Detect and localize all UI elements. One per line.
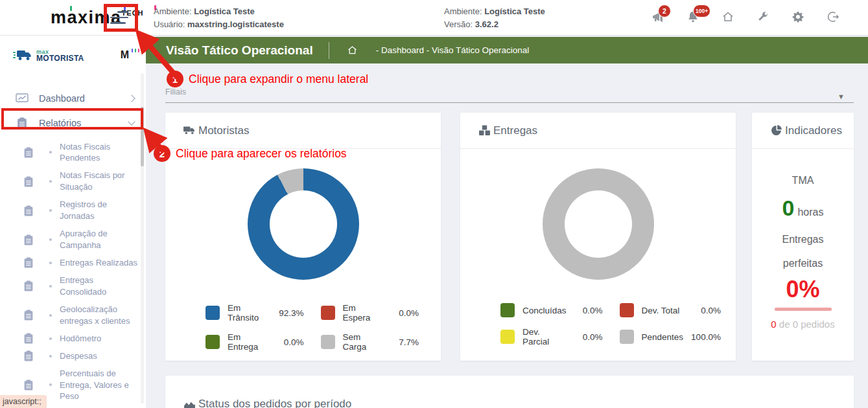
- legend-label: Sem Carga: [343, 332, 383, 352]
- sidebar-scrollbar-thumb[interactable]: [141, 107, 144, 166]
- clipboard-icon: [23, 350, 34, 361]
- legend-swatch: [205, 335, 220, 349]
- legend-label: Pendentes: [642, 332, 684, 342]
- submenu-item[interactable]: Geolocalização entregas x clientes: [0, 300, 146, 330]
- usuario-value: maxstring.logisticateste: [187, 19, 284, 29]
- bullet-dot: [49, 262, 52, 264]
- submenu-item[interactable]: Hodômetro: [0, 330, 146, 347]
- logout-icon[interactable]: [825, 9, 841, 25]
- legend-value: 0.0%: [574, 306, 603, 315]
- main-area: Visão Tático Operacional - Dashboard - V…: [146, 36, 868, 408]
- legend-value: 100.0%: [691, 332, 721, 342]
- legend-label: Dev. Parcial: [522, 327, 567, 346]
- status-pedidos-card: Status dos pedidos por período: [165, 376, 854, 408]
- sidebar-menu: Dashboard Relatórios Notas Fiscais Pende…: [0, 86, 146, 408]
- mini-m-logo: M: [121, 49, 129, 61]
- maxmotorista-logo: max MOTORISTA: [13, 49, 84, 62]
- logo-accent-green: [70, 6, 72, 11]
- legend-value: 7.7%: [390, 337, 419, 347]
- bullet-dot: [49, 151, 52, 153]
- legend-swatch: [500, 330, 515, 344]
- clipboard-icon: [23, 310, 34, 321]
- status-pedidos-header: Status dos pedidos por período: [165, 376, 854, 408]
- submenu-item-label: Apuração de Campanha: [60, 228, 142, 251]
- gear-icon[interactable]: [790, 9, 806, 25]
- submenu-item[interactable]: Apuração de Campanha: [0, 225, 146, 255]
- megaphone-icon[interactable]: 2: [650, 9, 666, 25]
- dashboard-content: 1 Clique para expandir o menu lateral 2 …: [146, 63, 868, 408]
- versao-label: Versão:: [444, 19, 473, 29]
- filiais-select[interactable]: Filiais ▼: [165, 87, 854, 103]
- logo-accent-blue: [124, 5, 126, 10]
- legend-swatch: [205, 306, 220, 320]
- wrench-icon[interactable]: [755, 9, 771, 25]
- legend-value: 0.0%: [390, 308, 419, 318]
- card-title: Indicadores: [785, 124, 842, 137]
- submenu-item-label: Entregas Consolidado: [60, 275, 142, 298]
- tma-unit: horas: [797, 207, 823, 218]
- annotation-1-text: Clique para expandir o menu lateral: [189, 73, 368, 86]
- percent-underline-bar: [775, 308, 832, 311]
- breadcrumb: - Dashboard - Visão Tático Operacional: [376, 45, 530, 55]
- boxes-icon: [478, 125, 491, 136]
- motoristas-legend: Em Trânsito92.3% Em Espera0.0% Em Entreg…: [165, 299, 441, 352]
- legend-item: Em Trânsito92.3%: [205, 303, 304, 323]
- clipboard-icon: [16, 117, 29, 129]
- clipboard-icon: [23, 280, 34, 291]
- submenu-item-label: Notas Fiscais Pendentes: [60, 141, 142, 164]
- sidebar-logo: max MOTORISTA M: [0, 36, 146, 68]
- legend-item: Em Entrega0.0%: [205, 332, 304, 352]
- submenu-item[interactable]: Entregas Realizadas: [0, 255, 146, 272]
- clipboard-icon: [23, 234, 34, 245]
- top-header: maximaTECH Ambiente: Logística Teste Usu…: [0, 0, 868, 36]
- submenu-item[interactable]: Entregas Consolidado: [0, 271, 146, 300]
- submenu-item[interactable]: Notas Fiscais por Situação: [0, 167, 146, 196]
- legend-value: 92.3%: [276, 308, 304, 318]
- donut-chart: [248, 168, 359, 280]
- submenu-item[interactable]: Despesas: [0, 347, 146, 365]
- annotation-2-number: 2: [154, 145, 170, 162]
- home-icon[interactable]: [720, 9, 736, 25]
- bell-icon[interactable]: 100+: [685, 9, 701, 25]
- filiais-caret-icon[interactable]: ▼: [838, 93, 845, 100]
- clipboard-icon: [23, 257, 34, 268]
- annotation-step-1: 1 Clique para expandir o menu lateral: [167, 71, 368, 87]
- submenu-item-label: Percentuais de Entrega, Valores e Peso: [60, 368, 142, 403]
- truck-icon: [183, 125, 196, 136]
- header-action-icons: 2 100+: [650, 9, 841, 25]
- bell-badge: 100+: [693, 5, 710, 17]
- tma-label: TMA: [752, 175, 854, 187]
- relatorios-submenu: Notas Fiscais PendentesNotas Fiscais por…: [0, 138, 146, 408]
- submenu-item[interactable]: Registros de Jornadas: [0, 196, 146, 225]
- sidebar-item-dashboard[interactable]: Dashboard: [0, 86, 146, 111]
- environment-user-info: Ambiente: Logística Teste Usuário: maxst…: [154, 5, 284, 31]
- bullet-dot: [49, 180, 52, 183]
- indicadores-card: Indicadores TMA 0horas Entregas perfeita…: [752, 113, 854, 361]
- legend-label: Em Entrega: [228, 332, 268, 352]
- bullet-dot: [49, 285, 52, 288]
- sidebar-item-label: Relatórios: [39, 118, 119, 128]
- app-window: maximaTECH Ambiente: Logística Teste Usu…: [0, 0, 868, 408]
- bullet-dot: [49, 355, 52, 357]
- pedidos-count-number: 0: [771, 319, 776, 330]
- submenu-item-label: Geolocalização entregas x clientes: [60, 304, 142, 327]
- truck-icon: [13, 49, 32, 62]
- submenu-item[interactable]: Notas Fiscais Pendentes: [0, 138, 146, 167]
- clipboard-icon: [23, 333, 34, 344]
- submenu-item-label: Notas Fiscais por Situação: [60, 170, 142, 193]
- bullet-dot: [49, 238, 52, 241]
- browser-status-tooltip: javascript:;: [0, 395, 47, 408]
- submenu-item-label: Despesas: [60, 350, 142, 362]
- sidebar-item-relatorios[interactable]: Relatórios: [0, 111, 146, 135]
- indicadores-card-header: Indicadores: [752, 113, 854, 149]
- filiais-underline: [165, 102, 854, 103]
- legend-item: Dev. Total0.0%: [620, 303, 721, 317]
- entregas-card-header: Entregas: [460, 113, 736, 149]
- titlebar-divider: [329, 42, 329, 59]
- sidebar-toggle-hamburger-icon[interactable]: [110, 11, 130, 25]
- legend-swatch: [321, 306, 335, 320]
- annotation-2-text: Clique para aparecer os relatórios: [176, 147, 347, 161]
- legend-swatch: [321, 335, 335, 349]
- bullet-dot: [49, 314, 52, 317]
- breadcrumb-home-icon[interactable]: [347, 45, 358, 56]
